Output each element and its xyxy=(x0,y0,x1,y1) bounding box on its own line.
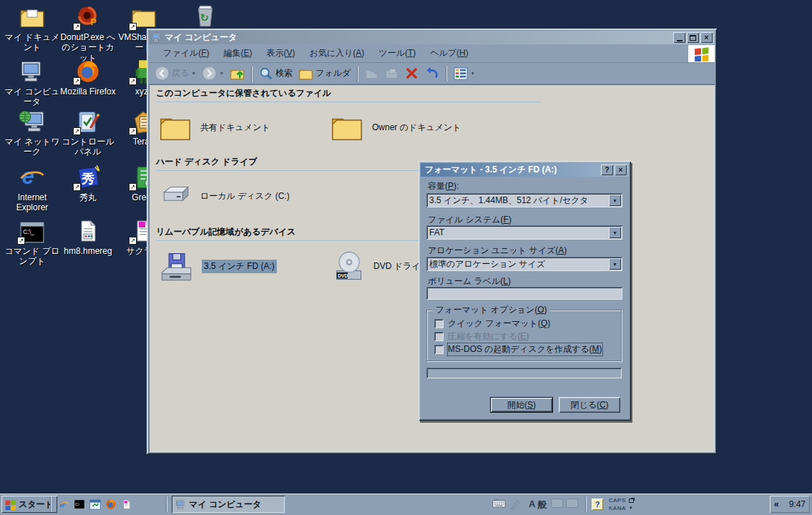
desktop-icon-my-computer[interactable]: マイ コンピュータ xyxy=(4,57,60,107)
desktop: { "desktop": { "icons": [ {"label": "マイ … xyxy=(0,0,812,515)
shortcut-overlay-icon: ↗ xyxy=(73,127,81,135)
quicklaunch-editor[interactable] xyxy=(120,498,133,511)
desktop-icon-my-documents[interactable]: マイ ドキュメント xyxy=(4,3,60,53)
delete-x-icon xyxy=(405,67,419,80)
help-button[interactable]: ? xyxy=(601,165,613,175)
taskbar-separator xyxy=(166,496,167,512)
checkbox-icon xyxy=(434,332,444,341)
views-grid-icon xyxy=(454,67,468,80)
delete-button[interactable] xyxy=(403,66,421,81)
tray-chevron[interactable]: « xyxy=(774,499,779,509)
menu-help[interactable]: ヘルプ(H) xyxy=(423,47,476,59)
item-label-selected: 3.5 インチ FD (A:) xyxy=(202,260,277,273)
shortcut-overlay-icon: ↗ xyxy=(129,77,137,85)
move-to-button[interactable] xyxy=(363,67,381,81)
desktop-icon-label: Mozilla Firefox xyxy=(60,87,116,97)
desktop-icon-my-network[interactable]: マイ ネットワーク xyxy=(4,107,60,157)
close-button-label: 閉じる(C) xyxy=(570,399,608,411)
menu-view[interactable]: 表示(V) xyxy=(259,47,302,59)
ime-dictionary-icon[interactable] xyxy=(566,499,578,508)
svg-text:C:\: C:\ xyxy=(75,503,80,506)
dialog-close-button[interactable]: × xyxy=(615,165,627,175)
menu-favorites[interactable]: お気に入り(A) xyxy=(303,47,372,59)
item-owner-documents[interactable]: Owner のドキュメント xyxy=(331,107,501,147)
views-dropdown-icon[interactable]: ▼ xyxy=(470,71,475,76)
forward-button[interactable]: ▼ xyxy=(200,65,226,82)
capacity-combo[interactable]: 3.5 インチ、1.44MB、512 バイト/セクタ ▼ xyxy=(426,193,622,207)
ime-help-icon[interactable]: ? xyxy=(592,499,603,510)
shortcut-overlay-icon: ↗ xyxy=(129,23,137,31)
volume-input[interactable] xyxy=(426,287,622,300)
toolbar: 戻る ▼ ▼ 検索 フォルダ xyxy=(149,63,715,84)
close-button-dialog[interactable]: 閉じる(C) xyxy=(559,397,620,413)
folders-button[interactable]: フォルダ xyxy=(296,66,353,82)
item-shared-documents[interactable]: 共有ドキュメント xyxy=(159,107,329,147)
desktop-icon-firefox[interactable]: ↗ Mozilla Firefox xyxy=(60,57,116,97)
maximize-button[interactable] xyxy=(687,32,699,43)
ime-alpha-mode[interactable]: A xyxy=(529,499,535,509)
item-floppy-a[interactable]: 3.5 インチ FD (A:) xyxy=(159,246,329,286)
quicklaunch-internet-explorer[interactable]: e xyxy=(57,498,70,511)
checkbox-icon[interactable] xyxy=(434,319,444,328)
desktop-icon-control-panel[interactable]: ↗ コントロール パネル xyxy=(60,107,116,157)
filesystem-combo[interactable]: FAT ▼ xyxy=(426,225,622,240)
desktop-icon-donutp[interactable]: P ↗ DonutP.exe へのショートカット xyxy=(60,3,116,63)
ime-tool-icon[interactable] xyxy=(551,499,563,508)
desktop-icon-hm8-hmereg[interactable]: hm8.hmereg xyxy=(60,217,116,256)
allocation-label: アロケーション ユニット サイズ(A) xyxy=(428,245,567,257)
quicklaunch-explorer[interactable] xyxy=(89,498,102,511)
shortcut-overlay-icon: ↗ xyxy=(73,183,81,191)
move-to-icon xyxy=(365,67,379,80)
dialog-titlebar[interactable]: フォーマット - 3.5 インチ FD (A:) ? × xyxy=(421,163,629,177)
menu-tools[interactable]: ツール(T) xyxy=(371,47,423,59)
close-button[interactable]: × xyxy=(700,32,713,43)
caps-indicator: CAPS xyxy=(609,496,626,504)
enable-compression-checkbox: 圧縮を有効にする(E) xyxy=(434,331,529,342)
floppy-drive-icon xyxy=(159,249,193,283)
ime-keyboard-icon[interactable] xyxy=(492,499,506,509)
quick-format-checkbox[interactable]: クイック フォーマット(Q) xyxy=(434,318,550,329)
chevron-down-icon[interactable]: ▼ xyxy=(609,258,621,270)
desktop-icon-label: Internet Explorer xyxy=(4,192,60,213)
desktop-icon-label: hm8.hmereg xyxy=(60,246,116,256)
allocation-combo[interactable]: 標準のアロケーション サイズ ▼ xyxy=(426,257,622,271)
svg-text:P: P xyxy=(90,17,96,27)
chevron-down-icon[interactable]: ▼ xyxy=(609,195,621,206)
copy-to-button[interactable] xyxy=(383,67,401,81)
menu-file[interactable]: ファイル(F) xyxy=(156,47,216,59)
desktop-icon-label: マイ コンピュータ xyxy=(4,87,60,107)
keyboard-indicator: CAPS KANA▼ xyxy=(609,496,634,512)
search-label: 検索 xyxy=(275,67,293,79)
back-label: 戻る xyxy=(172,67,189,79)
quicklaunch-command-prompt[interactable]: C:\ xyxy=(73,498,86,511)
chevron-down-icon[interactable]: ▼ xyxy=(609,227,621,238)
task-button-my-computer[interactable]: マイ コンピュータ xyxy=(172,496,285,513)
dvd-drive-icon: DVD xyxy=(331,249,365,283)
window-titlebar[interactable]: マイ コンピュータ × xyxy=(149,31,715,44)
desktop-icon-internet-explorer[interactable]: e Internet Explorer xyxy=(4,163,60,213)
ime-pen-icon[interactable] xyxy=(509,499,522,510)
back-dropdown-icon[interactable]: ▼ xyxy=(191,71,196,76)
views-button[interactable]: ▼ xyxy=(451,67,477,81)
forward-dropdown-icon[interactable]: ▼ xyxy=(219,71,224,76)
search-button[interactable]: 検索 xyxy=(257,66,295,82)
item-local-disk-c[interactable]: ローカル ディスク (C:) xyxy=(159,176,329,216)
checkbox-icon[interactable] xyxy=(434,345,444,354)
minimize-button[interactable] xyxy=(673,32,685,43)
quicklaunch-firefox[interactable] xyxy=(104,498,117,511)
desktop-icon-command-prompt[interactable]: C:\_ ↗ コマンド プロンプト xyxy=(4,217,60,267)
desktop-icon-recycle-bin[interactable]: ↻ xyxy=(177,1,233,29)
desktop-icon-hidemaru[interactable]: 秀 ↗ 秀丸 xyxy=(60,163,116,202)
format-dialog: フォーマット - 3.5 インチ FD (A:) ? × 容量(P): 3.5 … xyxy=(419,161,631,421)
format-options-label: フォーマット オプション(O) xyxy=(433,304,550,316)
start-button[interactable]: 開始(S) xyxy=(490,397,553,413)
up-button[interactable] xyxy=(228,66,247,82)
back-button[interactable]: 戻る ▼ xyxy=(152,65,198,82)
shortcut-overlay-icon: ↗ xyxy=(17,237,25,245)
msdos-startup-checkbox[interactable]: MS-DOS の起動ディスクを作成する(M) xyxy=(434,344,602,355)
capacity-value: 3.5 インチ、1.44MB、512 バイト/セクタ xyxy=(426,195,607,207)
ime-general-mode[interactable]: 般 xyxy=(537,499,547,511)
menu-edit[interactable]: 編集(E) xyxy=(216,47,259,59)
start-button[interactable]: スタート xyxy=(1,496,57,513)
undo-button[interactable] xyxy=(422,66,441,81)
